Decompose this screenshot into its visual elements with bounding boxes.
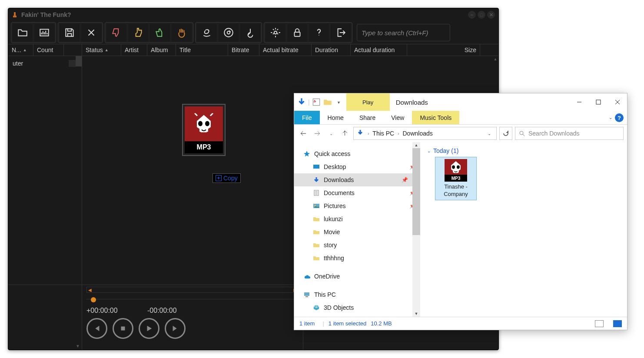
delete-button[interactable] (81, 24, 101, 41)
properties-icon[interactable] (312, 97, 321, 107)
svg-point-5 (274, 31, 277, 34)
col-status[interactable]: Status▲ (82, 44, 121, 56)
minimize-button[interactable]: – (468, 11, 476, 19)
amazon-button[interactable] (197, 24, 217, 41)
file-name-line2: Company (437, 191, 475, 198)
file-pane[interactable]: ⌄ Today (1) MP3 Tinashe - Com (420, 142, 627, 317)
col-count[interactable]: Count (33, 44, 64, 56)
nav-documents[interactable]: Documents📌 (303, 186, 420, 199)
help-button[interactable] (309, 24, 329, 41)
tree-scrollbar[interactable] (76, 56, 82, 285)
folder-icon[interactable] (323, 97, 332, 107)
analyze-button[interactable] (34, 24, 54, 41)
forward-button[interactable]: 🡢 (312, 128, 323, 139)
nav-movie[interactable]: Movie (303, 225, 420, 239)
seek-bar[interactable] (86, 299, 299, 303)
lock-button[interactable] (287, 24, 307, 41)
folder-tree: − uter 0 (8, 56, 82, 285)
next-button[interactable] (165, 318, 186, 339)
tab-home[interactable]: Home (320, 111, 352, 124)
chevron-right-icon[interactable]: › (396, 131, 401, 136)
prev-button[interactable] (86, 318, 107, 339)
seek-handle[interactable] (91, 297, 96, 302)
thumbs-up-button[interactable] (150, 24, 170, 41)
exit-button[interactable] (331, 24, 351, 41)
nav-downloads[interactable]: Downloads📌 (294, 173, 412, 186)
save-button[interactable] (60, 24, 80, 41)
col-artist[interactable]: Artist (121, 44, 147, 56)
maximize-button[interactable] (589, 93, 608, 111)
col-title[interactable]: Title (176, 44, 228, 56)
explorer-window: | ▾ Play Downloads File Home Share View … (294, 93, 627, 330)
hand-point-button[interactable] (128, 24, 148, 41)
details-view-button[interactable] (595, 320, 604, 327)
copy-cursor-hint: + Copy (212, 173, 241, 183)
search-input[interactable]: Search Downloads (515, 127, 624, 140)
refresh-button[interactable] (499, 127, 512, 140)
file-item[interactable]: MP3 Tinashe - Company (435, 157, 477, 200)
col-size[interactable]: Size (407, 44, 480, 56)
settings-button[interactable] (266, 24, 285, 41)
nav-this-pc[interactable]: This PC (303, 288, 420, 301)
tab-music-tools[interactable]: Music Tools (412, 111, 459, 124)
nav-lukunzi[interactable]: lukunzi (303, 212, 420, 225)
back-button[interactable]: 🡠 (298, 128, 309, 139)
time-elapsed: +00:00:00 (86, 307, 147, 315)
icons-view-button[interactable] (613, 320, 622, 327)
skull-icon (193, 113, 215, 135)
thumbs-down-button[interactable] (106, 24, 126, 41)
play-button[interactable] (139, 318, 159, 339)
col-bitrate[interactable]: Bitrate (228, 44, 259, 56)
open-folder-button[interactable] (13, 24, 33, 41)
mp3-badge: MP3 (185, 141, 223, 153)
nav-tthhhng[interactable]: tthhhng (303, 252, 420, 265)
close-button[interactable] (608, 93, 627, 111)
svg-rect-1 (13, 16, 17, 17)
explorer-titlebar[interactable]: | ▾ Play Downloads (294, 93, 627, 111)
address-bar[interactable]: › This PC › Downloads ⌄ (353, 127, 497, 140)
svg-rect-0 (14, 12, 16, 16)
tab-share[interactable]: Share (352, 111, 383, 124)
tree-scroll-down-icon[interactable]: ▼ (75, 343, 81, 349)
stop-button[interactable] (113, 318, 133, 339)
help-icon[interactable]: ? (615, 113, 624, 122)
history-dropdown-icon[interactable]: ⌄ (325, 128, 337, 139)
tab-file[interactable]: File (294, 111, 320, 124)
nav-bar: 🡠 🡢 ⌄ 🡡 › This PC › Downloads ⌄ Search D… (294, 125, 627, 142)
up-button[interactable]: 🡡 (339, 128, 351, 139)
col-duration[interactable]: Duration (312, 44, 351, 56)
maximize-button[interactable]: □ (478, 11, 485, 19)
address-dropdown-icon[interactable]: ⌄ (485, 131, 494, 136)
crumb-this-pc[interactable]: This PC (372, 130, 394, 137)
chevron-right-icon[interactable]: › (366, 131, 371, 136)
nav-story[interactable]: story (303, 239, 420, 252)
close-button[interactable]: ✕ (487, 11, 495, 19)
discogs-button[interactable] (219, 24, 239, 41)
qat-dropdown-icon[interactable]: ▾ (334, 97, 344, 107)
hand-stop-button[interactable] (172, 24, 192, 41)
tab-view[interactable]: View (383, 111, 412, 124)
tree-item-label: uter (13, 60, 69, 67)
tree-scrollbar[interactable]: ▲ ▼ (412, 142, 420, 317)
svg-point-20 (457, 165, 460, 169)
horizontal-scrollbar[interactable]: ◀▶ (86, 287, 299, 293)
nav-desktop[interactable]: Desktop📌 (303, 160, 420, 173)
col-actual-bitrate[interactable]: Actual bitrate (259, 44, 312, 56)
crumb-downloads[interactable]: Downloads (402, 130, 432, 137)
nav-pictures[interactable]: Pictures📌 (303, 199, 420, 212)
search-input[interactable]: Type to search (Ctrl+F) (357, 24, 450, 41)
col-name[interactable]: N...▲ (8, 44, 33, 56)
nav-onedrive[interactable]: OneDrive (303, 270, 420, 283)
context-tab-play[interactable]: Play (346, 93, 390, 111)
desktop-icon (312, 163, 320, 171)
minimize-button[interactable] (570, 93, 589, 111)
nav-3d-objects[interactable]: 3D Objects (303, 301, 420, 314)
ftf-titlebar[interactable]: Fakin' The Funk? – □ ✕ (8, 8, 498, 21)
ribbon-collapse-icon[interactable]: ⌄ (606, 111, 615, 124)
col-album[interactable]: Album (147, 44, 176, 56)
col-actual-duration[interactable]: Actual duration (351, 44, 407, 56)
group-header-today[interactable]: ⌄ Today (1) (427, 147, 620, 154)
nav-quick-access[interactable]: Quick access (303, 147, 420, 160)
beatport-button[interactable] (240, 24, 260, 41)
tree-item[interactable]: − uter 0 (8, 58, 82, 69)
